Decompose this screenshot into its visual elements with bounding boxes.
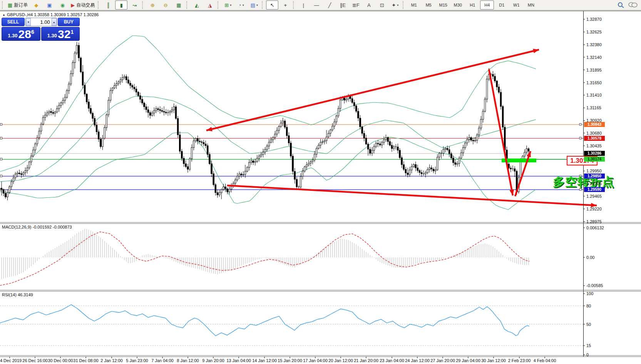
market-watch-icon-icon: ▣ <box>47 3 52 8</box>
templates-dropdown[interactable]: ▤▾ <box>248 0 260 10</box>
templates-icon: ▤ <box>251 3 255 8</box>
zoom-out-icon[interactable]: ⊖ <box>159 0 172 10</box>
new-order-button[interactable]: ▦新订单 <box>6 0 29 10</box>
price-tick-label: 1.29705 <box>586 181 602 186</box>
tile-windows-icon[interactable]: ▦ <box>172 0 185 10</box>
time-tick-label: 21 Jan 20:00 <box>354 358 378 363</box>
timeframe-d1[interactable]: D1 <box>495 0 509 10</box>
symbol-title: ▲ GBPUSD-,H4 1.30358 1.30369 1.30257 1.3… <box>2 12 99 17</box>
sell-price-button[interactable]: 1.30 28 6 <box>2 27 40 41</box>
toolbar-grip <box>262 1 264 9</box>
time-tick-label: 17 Jan 04:00 <box>303 358 328 363</box>
toolbar: ▦新订单◆▣◉▶自动交易║▮↝⊕⊖▦◭◮⊞▾◔▾▤▾↖+|—╱∥E≣FA⊡✦▾M… <box>0 0 641 10</box>
timeframe-mn[interactable]: MN <box>524 0 538 10</box>
text-icon: A <box>367 3 371 8</box>
time-tick-label: 2 Feb 23:00 <box>508 358 531 363</box>
timeframe-h4[interactable]: H4 <box>480 0 494 10</box>
volume-stepper[interactable]: ▼ 1.00 ▲ <box>25 18 57 26</box>
time-tick-label: 4 Feb 04:00 <box>534 358 556 363</box>
timeframe-m1[interactable]: M1 <box>407 0 421 10</box>
volume-value[interactable]: 1.00 <box>31 19 52 25</box>
auto-scroll-icon-icon: ◭ <box>195 3 199 8</box>
rsi-tick-label: 50 <box>586 322 591 327</box>
time-tick-label: 29 Jan 04:00 <box>456 358 480 363</box>
shapes-dropdown[interactable]: ✦▾ <box>389 0 401 10</box>
toolbar-grip <box>98 1 100 9</box>
search-icon[interactable] <box>617 2 625 8</box>
price-tick-label: 1.32140 <box>586 55 602 60</box>
buy-price-button[interactable]: 1.30 32 1 <box>41 27 80 41</box>
timeframe-w1[interactable]: W1 <box>509 0 523 10</box>
sell-price-big: 28 <box>18 29 31 40</box>
price-tick-label: 1.31165 <box>586 105 601 110</box>
chart-window[interactable]: ▲ GBPUSD-,H4 1.30358 1.30369 1.30257 1.3… <box>0 11 641 364</box>
add-indicator-icon: ⊞ <box>224 3 229 8</box>
autotrading-icon: ▶ <box>71 3 75 8</box>
price-badge: 1.30578 <box>584 136 605 141</box>
chevron-down-icon: ▾ <box>243 3 244 7</box>
one-click-trade-panel: SELL ▼ 1.00 ▲ BUY 1.30 28 6 1.30 32 1 <box>2 18 80 41</box>
price-badge: 1.30174 <box>584 157 605 162</box>
rsi-tick-label: 100 <box>586 291 593 296</box>
new-order-icon: ▦ <box>8 3 12 8</box>
horizontal-line-tool[interactable]: — <box>310 0 323 10</box>
channel-tool[interactable]: ∥E <box>336 0 349 10</box>
time-tick-label: 14 Jan 12:00 <box>252 358 277 363</box>
rsi-tick-label: 0 <box>586 352 589 357</box>
text-tool[interactable]: A <box>363 0 375 10</box>
add-indicator-dropdown[interactable]: ⊞▾ <box>222 0 234 10</box>
buy-price-prefix: 1.30 <box>47 33 57 38</box>
text-label-tool[interactable]: ⊡ <box>376 0 388 10</box>
market-watch-icon[interactable]: ▣ <box>43 0 55 10</box>
periods-dropdown[interactable]: ◔▾ <box>235 0 247 10</box>
auto-scroll-icon[interactable]: ◭ <box>191 0 203 10</box>
toolbar-grip <box>293 1 296 9</box>
chart-shift-icon[interactable]: ◮ <box>204 0 216 10</box>
time-tick-label: 15 Jan 20:00 <box>278 358 302 363</box>
crosshair-tool[interactable]: + <box>279 0 291 10</box>
chart-canvas[interactable] <box>0 11 641 364</box>
buy-button[interactable]: BUY <box>58 18 80 26</box>
price-tick-label: 1.32380 <box>586 42 602 47</box>
price-tick-label: 1.31895 <box>586 68 602 72</box>
chat-icon[interactable] <box>628 2 638 8</box>
time-tick-label: 7 Jan 04:00 <box>151 358 174 363</box>
channel-icon: ∥E <box>340 3 346 8</box>
horizontal-line-icon: — <box>314 3 319 8</box>
price-tick-label: 1.30435 <box>586 144 602 148</box>
macd-label: MACD(12,26,9) -0.001592 -0.000873 <box>2 225 72 229</box>
bar-chart-icon[interactable]: ║ <box>102 0 114 10</box>
price-badge: 1.29590 <box>584 187 605 192</box>
buy-price-sup: 1 <box>70 29 74 35</box>
chevron-down-icon: ▾ <box>230 3 231 7</box>
toolbar-grip <box>218 1 220 9</box>
zoom-in-icon[interactable]: ⊕ <box>146 0 159 10</box>
fibonacci-tool[interactable]: ≣F <box>350 0 362 10</box>
candlestick-chart-icon-icon: ▮ <box>120 3 123 8</box>
timeframe-m30[interactable]: M30 <box>451 0 465 10</box>
line-chart-icon[interactable]: ↝ <box>128 0 141 10</box>
timeframe-m15[interactable]: M15 <box>436 0 450 10</box>
time-tick-label: 26 Dec 16:00 <box>22 358 47 363</box>
trendline-tool[interactable]: ╱ <box>323 0 336 10</box>
cursor-tool[interactable]: ↖ <box>266 0 278 10</box>
vertical-line-tool[interactable]: | <box>297 0 310 10</box>
toolbox-icon[interactable]: ◆ <box>30 0 42 10</box>
fibonacci-icon: ≣F <box>352 3 360 8</box>
toolbar-grip <box>403 1 405 9</box>
macd-tick-label: -0.00585 <box>586 283 603 288</box>
autotrading-button[interactable]: ▶自动交易 <box>69 0 96 10</box>
timeframe-m5[interactable]: M5 <box>422 0 435 10</box>
collapse-triangle-icon[interactable]: ▲ <box>2 13 5 17</box>
candlestick-chart-icon[interactable]: ▮ <box>115 0 127 10</box>
volume-increase-icon[interactable]: ▲ <box>52 18 57 26</box>
signals-icon[interactable]: ◉ <box>56 0 69 10</box>
sell-button[interactable]: SELL <box>2 18 25 26</box>
cursor-icon: ↖ <box>270 3 274 8</box>
rsi-tick-label: 15 <box>586 343 591 348</box>
volume-decrease-icon[interactable]: ▼ <box>26 18 31 26</box>
autotrading-button-label: 自动交易 <box>76 2 95 8</box>
symbol-quote-text: GBPUSD-,H4 1.30358 1.30369 1.30257 1.302… <box>7 12 99 17</box>
timeframe-h1[interactable]: H1 <box>465 0 479 10</box>
time-tick-label: 8 Jan 12:00 <box>177 358 199 363</box>
